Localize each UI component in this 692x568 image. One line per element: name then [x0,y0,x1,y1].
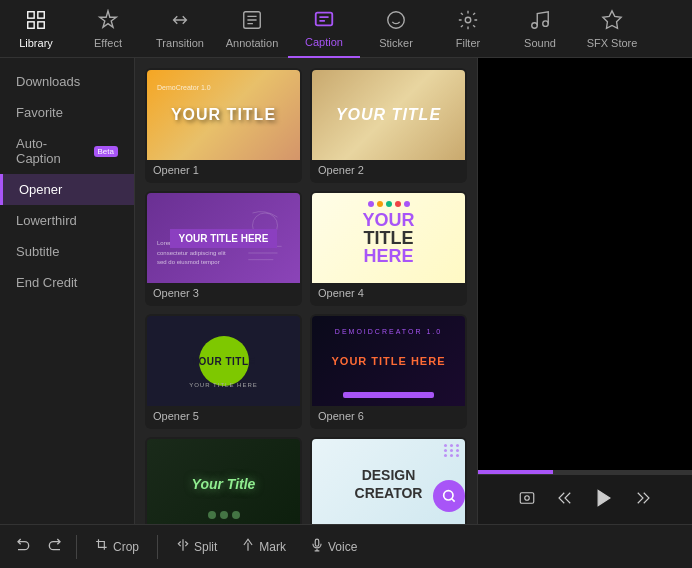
screenshot-button[interactable] [514,485,540,515]
sidebar-opener-label: Opener [19,182,62,197]
sticker-icon [385,9,407,34]
svg-point-6 [388,11,405,28]
sidebar-item-autocaption[interactable]: Auto-Caption Beta [0,128,134,174]
sidebar-item-lowerthird[interactable]: Lowerthird [0,205,134,236]
nav-library[interactable]: Library [0,0,72,58]
opener1-sub: DemoCreator 1.0 [157,84,211,91]
nav-annotation[interactable]: Annotation [216,0,288,58]
opener5-title: YOUR TITLE [191,356,255,367]
card-opener3[interactable]: YOUR TITLE HERE Lorem ipsum dolor sit am… [145,191,302,306]
opener7-title: Your Title [192,476,256,492]
voice-button[interactable]: Voice [300,533,367,560]
opener4-title-block: YOUR TITLE HERE [362,211,414,265]
nav-library-label: Library [19,37,53,49]
svg-rect-2 [28,21,34,27]
card-opener5[interactable]: YOUR TITLE YOUR TITLE HERE Opener 5 [145,314,302,429]
svg-point-9 [543,20,549,25]
nav-sfxstore-label: SFX Store [587,37,638,49]
rewind-button[interactable] [552,485,578,515]
forward-button[interactable] [630,485,656,515]
search-button[interactable] [433,480,465,512]
card-opener7[interactable]: Your Title Opener 7 [145,437,302,524]
caption-icon [313,8,335,33]
preview-controls [478,474,692,524]
svg-point-7 [465,17,471,23]
beta-badge: Beta [94,146,118,157]
opener4-line1: YOUR [362,211,414,229]
filter-icon [457,9,479,34]
redo-button[interactable] [40,533,68,561]
sidebar-favorite-label: Favorite [16,105,63,120]
split-button[interactable]: Split [166,533,227,560]
bottom-toolbar: Crop Split Mark Voice [0,524,692,568]
crop-button[interactable]: Crop [85,533,149,560]
card-opener7-thumbnail: Your Title [147,439,300,524]
opener6-title: YOUR TITLE HERE [331,355,445,367]
mark-button[interactable]: Mark [231,533,296,560]
nav-caption[interactable]: Caption [288,0,360,58]
nav-effect[interactable]: Effect [72,0,144,58]
toolbar-divider-2 [157,535,158,559]
card-opener5-thumbnail: YOUR TITLE YOUR TITLE HERE [147,316,300,406]
svg-rect-15 [520,492,534,503]
opener6-shape [343,392,435,398]
card-opener4[interactable]: YOUR TITLE HERE Opener 4 [310,191,467,306]
nav-transition-label: Transition [156,37,204,49]
sidebar-item-endcredit[interactable]: End Credit [0,267,134,298]
sidebar-item-opener[interactable]: Opener [0,174,134,205]
sidebar-item-favorite[interactable]: Favorite [0,97,134,128]
sound-icon [529,9,551,34]
card-opener3-thumbnail: YOUR TITLE HERE Lorem ipsum dolor sit am… [147,193,300,283]
sidebar-subtitle-label: Subtitle [16,244,59,259]
svg-point-8 [532,22,538,28]
sidebar-downloads-label: Downloads [16,74,80,89]
sidebar-autocaption-label: Auto-Caption [16,136,86,166]
card-opener1[interactable]: DemoCreator 1.0 YOUR TITLE Opener 1 [145,68,302,183]
mark-label: Mark [259,540,286,554]
nav-sfxstore[interactable]: SFX Store [576,0,648,58]
card-opener2[interactable]: YOUR TITLE Opener 2 [310,68,467,183]
opener2-title: YOUR TITLE [336,106,441,124]
card-opener1-label: Opener 1 [147,160,300,181]
nav-filter-label: Filter [456,37,480,49]
nav-effect-label: Effect [94,37,122,49]
nav-sound-label: Sound [524,37,556,49]
sidebar-item-subtitle[interactable]: Subtitle [0,236,134,267]
nav-filter[interactable]: Filter [432,0,504,58]
cards-grid: DemoCreator 1.0 YOUR TITLE Opener 1 YOUR… [145,68,467,524]
card-opener4-label: Opener 4 [312,283,465,304]
card-opener1-thumbnail: DemoCreator 1.0 YOUR TITLE [147,70,300,160]
undo-button[interactable] [10,533,38,561]
progress-bar-area [478,470,692,474]
card-opener3-label: Opener 3 [147,283,300,304]
opener5-sub: YOUR TITLE HERE [189,382,258,388]
split-label: Split [194,540,217,554]
nav-transition[interactable]: Transition [144,0,216,58]
nav-sticker[interactable]: Sticker [360,0,432,58]
voice-label: Voice [328,540,357,554]
main-content: Downloads Favorite Auto-Caption Beta Ope… [0,58,692,524]
panel-wrapper: DemoCreator 1.0 YOUR TITLE Opener 1 YOUR… [135,58,477,524]
card-opener6[interactable]: DEMOIDCREATOR 1.0 YOUR TITLE HERE Opener… [310,314,467,429]
opener5-circle: YOUR TITLE [199,336,249,386]
sidebar-item-downloads[interactable]: Downloads [0,66,134,97]
nav-sound[interactable]: Sound [504,0,576,58]
card-opener5-label: Opener 5 [147,406,300,427]
crop-icon [95,538,109,555]
card-opener4-thumbnail: YOUR TITLE HERE [312,193,465,283]
sidebar: Downloads Favorite Auto-Caption Beta Ope… [0,58,135,524]
annotation-icon [241,9,263,34]
svg-rect-0 [28,11,34,17]
svg-rect-19 [315,539,319,546]
opener4-dots [368,201,410,207]
svg-point-16 [525,495,530,500]
toolbar-divider-1 [76,535,77,559]
opener8-corner-dots [444,444,460,457]
opener7-circles [208,511,240,519]
transition-icon [169,9,191,34]
opener4-line3: HERE [363,247,413,265]
sidebar-endcredit-label: End Credit [16,275,77,290]
sidebar-lowerthird-label: Lowerthird [16,213,77,228]
nav-caption-label: Caption [305,36,343,48]
play-button[interactable] [590,484,618,516]
